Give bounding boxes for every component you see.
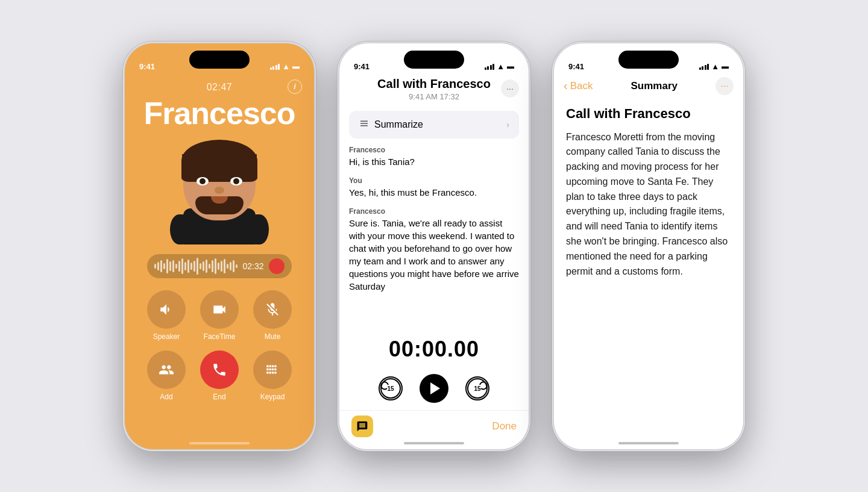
facetime-label: FaceTime bbox=[204, 332, 236, 341]
info-icon-1[interactable]: i bbox=[288, 79, 302, 94]
done-button[interactable]: Done bbox=[492, 420, 517, 432]
phone-2-frame: 9:41 ▲ ▬ Call with Francesco 9:41 AM 17:… bbox=[338, 42, 530, 451]
dynamic-island-1 bbox=[189, 51, 250, 69]
msg-text-1: Yes, hi, this must be Francesco. bbox=[349, 186, 519, 199]
end-label: End bbox=[213, 393, 225, 401]
summary-nav-title: Summary bbox=[631, 80, 677, 92]
recording-button[interactable] bbox=[269, 258, 285, 274]
status-time-1: 9:41 bbox=[139, 62, 155, 71]
caller-name: Francesco bbox=[143, 95, 295, 131]
keypad-button[interactable]: Keypad bbox=[251, 350, 294, 401]
status-time-2: 9:41 bbox=[354, 62, 370, 71]
chat-icon bbox=[356, 420, 368, 432]
mute-button[interactable]: Mute bbox=[251, 290, 294, 341]
transcript-subtitle: 9:41 AM 17:32 bbox=[351, 92, 517, 101]
keypad-label: Keypad bbox=[260, 393, 285, 401]
phone-3-frame: 9:41 ▲ ▬ ‹ Back Summary bbox=[552, 42, 745, 451]
status-time-3: 9:41 bbox=[568, 62, 584, 71]
summarize-row[interactable]: Summarize › bbox=[349, 111, 519, 139]
waveform-bar: 02:32 bbox=[147, 254, 292, 278]
svg-text:15: 15 bbox=[387, 385, 394, 392]
svg-text:15: 15 bbox=[474, 385, 481, 392]
keypad-icon bbox=[265, 362, 280, 378]
end-call-icon bbox=[212, 362, 227, 378]
home-indicator-2 bbox=[404, 442, 464, 444]
mute-icon bbox=[265, 302, 280, 317]
add-label: Add bbox=[160, 393, 172, 401]
recording-timer: 02:32 bbox=[242, 261, 263, 271]
transcript-title: Call with Francesco bbox=[351, 77, 517, 91]
status-icons-3: ▲ ▬ bbox=[699, 62, 729, 71]
playback-time: 00:00.00 bbox=[339, 337, 529, 362]
dynamic-island-3 bbox=[618, 51, 679, 69]
msg-sender-2: Francesco bbox=[349, 207, 519, 216]
summary-call-title: Call with Francesco bbox=[566, 106, 731, 122]
playback-timer-area: 00:00.00 bbox=[339, 325, 529, 367]
call-timer: 02:47 bbox=[207, 82, 233, 93]
transcript-screen: 9:41 ▲ ▬ Call with Francesco 9:41 AM 17:… bbox=[339, 43, 529, 449]
summarize-left: Summarize bbox=[359, 118, 423, 131]
status-icons-1: ▲ ▬ bbox=[270, 62, 300, 71]
phone-1-frame: 9:41 ▲ ▬ i 02:47 Francesco bbox=[123, 42, 316, 451]
status-icons-2: ▲ ▬ bbox=[485, 62, 514, 71]
summary-body: Call with Francesco Francesco Moretti fr… bbox=[554, 101, 743, 449]
playback-controls: 15 15 bbox=[339, 367, 529, 410]
msg-sender-1: You bbox=[349, 176, 519, 185]
battery-icon-3: ▬ bbox=[722, 62, 729, 70]
play-icon bbox=[430, 382, 440, 394]
back-chevron-icon: ‹ bbox=[564, 79, 568, 93]
home-indicator-1 bbox=[189, 442, 250, 444]
wifi-icon-1: ▲ bbox=[282, 62, 290, 71]
wifi-icon-2: ▲ bbox=[497, 62, 505, 71]
transcript-message-0: Francesco Hi, is this Tania? bbox=[349, 146, 519, 168]
msg-sender-0: Francesco bbox=[349, 146, 519, 154]
signal-bars-3 bbox=[699, 63, 709, 70]
facetime-icon bbox=[212, 302, 227, 317]
speaker-button[interactable]: Speaker bbox=[145, 290, 188, 341]
home-indicator-3 bbox=[618, 442, 679, 444]
summarize-chevron-icon: › bbox=[506, 120, 509, 129]
chat-icon-button[interactable] bbox=[351, 416, 373, 437]
dynamic-island-2 bbox=[404, 51, 464, 69]
battery-icon-2: ▬ bbox=[507, 62, 514, 70]
summary-more-button[interactable]: ··· bbox=[715, 77, 734, 95]
more-dots-icon: ··· bbox=[720, 81, 728, 92]
wifi-icon-3: ▲ bbox=[711, 62, 719, 71]
msg-text-2: Sure is. Tania, we're all ready to assis… bbox=[349, 217, 519, 293]
call-controls-grid: Speaker FaceTime Mute bbox=[145, 290, 294, 401]
speaker-label: Speaker bbox=[153, 332, 180, 341]
back-label: Back bbox=[570, 80, 593, 92]
facetime-button[interactable]: FaceTime bbox=[198, 290, 241, 341]
summary-screen: 9:41 ▲ ▬ ‹ Back Summary bbox=[554, 43, 743, 449]
summarize-label: Summarize bbox=[374, 119, 423, 130]
back-button[interactable]: ‹ Back bbox=[564, 79, 593, 93]
summarize-icon bbox=[359, 118, 370, 131]
transcript-body: Francesco Hi, is this Tania? You Yes, hi… bbox=[339, 146, 529, 325]
skip-back-button[interactable]: 15 bbox=[379, 376, 403, 400]
battery-icon-1: ▬ bbox=[292, 62, 300, 70]
end-call-button[interactable]: End bbox=[198, 350, 241, 401]
avatar bbox=[165, 136, 274, 244]
add-button[interactable]: Add bbox=[145, 350, 188, 401]
transcript-more-button[interactable]: ··· bbox=[501, 79, 519, 98]
signal-bars-1 bbox=[270, 63, 280, 70]
play-button[interactable] bbox=[420, 374, 448, 403]
call-screen: 9:41 ▲ ▬ i 02:47 Francesco bbox=[125, 43, 314, 449]
summary-text: Francesco Moretti from the moving compan… bbox=[566, 130, 731, 279]
signal-bars-2 bbox=[485, 63, 495, 70]
skip-forward-button[interactable]: 15 bbox=[465, 376, 489, 400]
speaker-icon bbox=[159, 302, 174, 317]
msg-text-0: Hi, is this Tania? bbox=[349, 155, 519, 168]
transcript-message-1: You Yes, hi, this must be Francesco. bbox=[349, 176, 519, 199]
transcript-message-2: Francesco Sure is. Tania, we're all read… bbox=[349, 207, 519, 293]
waveform-visual bbox=[154, 258, 237, 275]
add-icon bbox=[159, 362, 174, 378]
mute-label: Mute bbox=[265, 332, 281, 341]
memoji-graphic bbox=[165, 136, 274, 244]
